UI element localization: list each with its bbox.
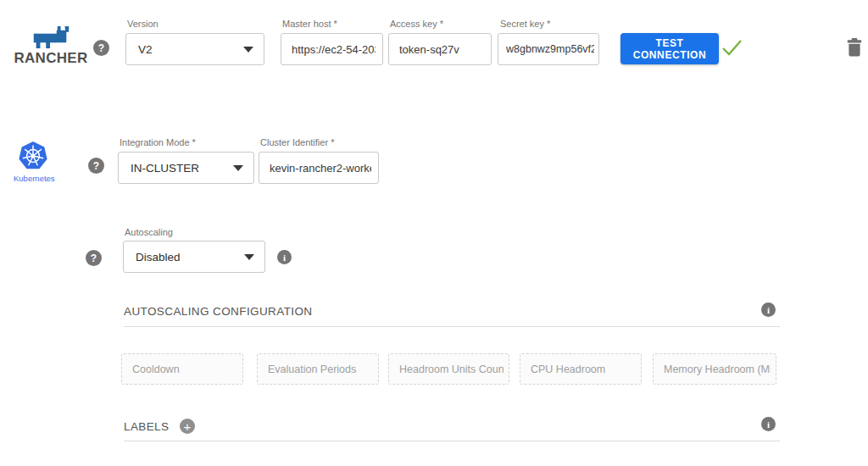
section-divider <box>124 441 780 441</box>
cooldown-input <box>121 353 243 385</box>
integration-mode-select[interactable]: IN-CLUSTER <box>118 152 254 184</box>
caret-down-icon <box>233 165 243 171</box>
add-label-button[interactable]: + <box>180 419 195 434</box>
section-divider <box>124 326 780 327</box>
rancher-logo-text: RANCHER <box>10 50 92 67</box>
kubernetes-logo-text: Kubernetes <box>14 174 53 183</box>
autoscaling-help-icon[interactable]: ? <box>86 250 102 266</box>
rancher-logo: RANCHER <box>10 26 92 67</box>
caret-down-icon <box>243 47 253 53</box>
labels-info-icon[interactable]: i <box>761 417 776 431</box>
integration-mode-select-value: IN-CLUSTER <box>131 162 233 175</box>
autoscaling-select[interactable]: Disabled <box>123 241 265 273</box>
evaluation-periods-input <box>257 353 379 385</box>
cpu-headroom-input <box>520 353 642 385</box>
headroom-units-count-input <box>388 353 509 385</box>
secret-key-label: Secret key * <box>500 19 550 29</box>
kubernetes-help-icon[interactable]: ? <box>88 158 104 174</box>
labels-title: LABELS <box>124 420 169 433</box>
autoscaling-label: Autoscaling <box>125 227 173 237</box>
autoscaling-info-icon[interactable]: i <box>277 250 292 264</box>
rancher-bull-icon <box>31 26 70 49</box>
access-key-label: Access key * <box>390 19 443 29</box>
test-connection-button[interactable]: TEST CONNECTION <box>620 33 719 64</box>
connection-success-check-icon <box>721 38 743 58</box>
autoscaling-select-value: Disabled <box>136 251 244 264</box>
secret-key-input[interactable] <box>498 33 599 65</box>
kubernetes-logo: Kubernetes <box>14 141 53 183</box>
trash-icon[interactable] <box>847 38 862 57</box>
cluster-identifier-label: Cluster Identifier * <box>260 137 334 147</box>
rancher-help-icon[interactable]: ? <box>93 40 109 56</box>
version-label: Version <box>127 19 159 29</box>
autoscaling-configuration-info-icon[interactable]: i <box>761 302 776 317</box>
autoscaling-configuration-title: AUTOSCALING CONFIGURATION <box>124 305 313 318</box>
version-select[interactable]: V2 <box>125 33 264 65</box>
kubernetes-icon <box>18 141 48 171</box>
master-host-label: Master host * <box>282 19 337 29</box>
master-host-input[interactable] <box>281 33 383 65</box>
access-key-input[interactable] <box>388 33 492 65</box>
version-select-value: V2 <box>138 43 243 56</box>
caret-down-icon <box>244 254 254 260</box>
cluster-identifier-input[interactable] <box>259 152 379 184</box>
memory-headroom-input <box>653 353 776 385</box>
integration-mode-label: Integration Mode * <box>120 137 196 147</box>
integration-settings-panel: RANCHER ? Version V2 Master host * Acces… <box>0 0 868 466</box>
